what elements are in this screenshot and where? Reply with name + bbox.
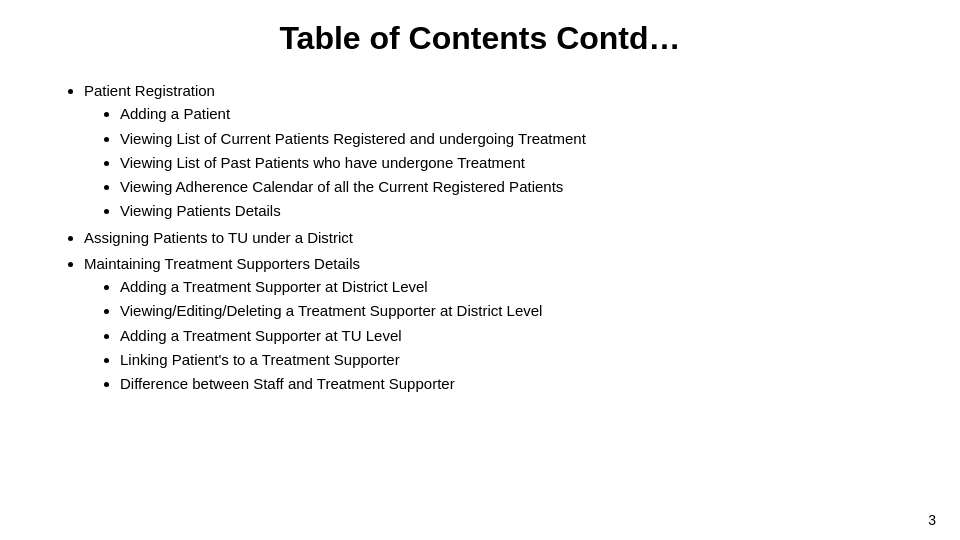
list-item: Difference between Staff and Treatment S… <box>120 372 900 395</box>
sub-list-3: Adding a Treatment Supporter at District… <box>120 275 900 395</box>
list-item: Adding a Patient <box>120 102 900 125</box>
list-item: Viewing/Editing/Deleting a Treatment Sup… <box>120 299 900 322</box>
list-item: Viewing Patients Details <box>120 199 900 222</box>
list-item: Viewing List of Past Patients who have u… <box>120 151 900 174</box>
page-title: Table of Contents Contd… <box>60 20 900 57</box>
section-label: Patient Registration <box>84 82 215 99</box>
section-label: Assigning Patients to TU under a Distric… <box>84 229 353 246</box>
list-item: Viewing Adherence Calendar of all the Cu… <box>120 175 900 198</box>
sub-list-1: Adding a Patient Viewing List of Current… <box>120 102 900 222</box>
list-item: Viewing List of Current Patients Registe… <box>120 127 900 150</box>
section-label: Maintaining Treatment Supporters Details <box>84 255 360 272</box>
content-area: Patient Registration Adding a Patient Vi… <box>60 79 900 395</box>
page-number: 3 <box>928 512 936 528</box>
list-item: Adding a Treatment Supporter at District… <box>120 275 900 298</box>
list-item-maintaining: Maintaining Treatment Supporters Details… <box>84 252 900 396</box>
main-list: Patient Registration Adding a Patient Vi… <box>84 79 900 395</box>
list-item: Adding a Treatment Supporter at TU Level <box>120 324 900 347</box>
list-item-assigning: Assigning Patients to TU under a Distric… <box>84 226 900 249</box>
list-item: Linking Patient's to a Treatment Support… <box>120 348 900 371</box>
list-item-patient-registration: Patient Registration Adding a Patient Vi… <box>84 79 900 223</box>
page: Table of Contents Contd… Patient Registr… <box>0 0 960 540</box>
